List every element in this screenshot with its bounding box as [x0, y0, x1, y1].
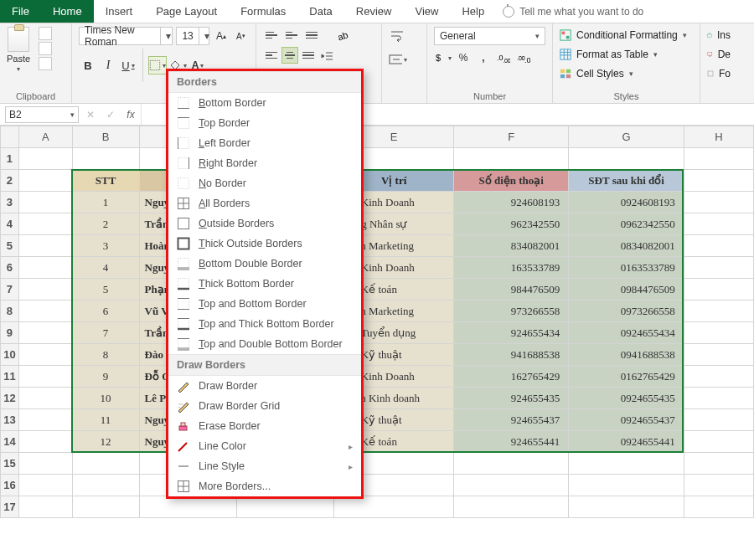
- cell[interactable]: 7: [72, 322, 139, 344]
- cell[interactable]: 11: [72, 409, 139, 431]
- align-center-button[interactable]: [281, 47, 298, 64]
- cell[interactable]: 9: [72, 366, 139, 388]
- row-header[interactable]: 1: [1, 148, 19, 170]
- comma-style-button[interactable]: ,: [474, 49, 493, 67]
- align-top-button[interactable]: [263, 27, 280, 44]
- cell[interactable]: [72, 475, 139, 496]
- cell[interactable]: 6: [72, 301, 139, 322]
- cell[interactable]: [684, 170, 753, 192]
- border-option[interactable]: Right Border: [168, 153, 361, 173]
- bold-button[interactable]: B: [79, 56, 97, 74]
- align-middle-button[interactable]: [283, 27, 300, 44]
- cell[interactable]: [684, 366, 753, 388]
- cell[interactable]: 0924655437: [569, 409, 684, 431]
- cell[interactable]: [684, 388, 753, 409]
- cell[interactable]: [569, 148, 684, 170]
- cell[interactable]: 984476509: [454, 279, 569, 301]
- tab-view[interactable]: View: [403, 0, 450, 23]
- italic-button[interactable]: I: [99, 56, 117, 74]
- cell[interactable]: [139, 496, 237, 518]
- row-header[interactable]: 11: [1, 366, 19, 388]
- row-header[interactable]: 3: [1, 192, 19, 213]
- cell[interactable]: [684, 431, 753, 453]
- cell[interactable]: [684, 301, 753, 322]
- cell[interactable]: 0973266558: [569, 301, 684, 322]
- cell[interactable]: 0924608193: [569, 192, 684, 213]
- border-option[interactable]: Thick Bottom Border: [168, 274, 361, 294]
- tab-help[interactable]: Help: [450, 0, 496, 23]
- cell[interactable]: [454, 453, 569, 475]
- cell[interactable]: [72, 148, 139, 170]
- draw-border-option[interactable]: Draw Border Grid: [168, 396, 361, 416]
- cell-styles-button[interactable]: Cell Styles▾: [560, 65, 693, 82]
- cell[interactable]: [454, 148, 569, 170]
- cell[interactable]: [18, 496, 72, 518]
- cell[interactable]: 0924655435: [569, 388, 684, 409]
- cell[interactable]: [18, 344, 72, 366]
- decrease-indent-button[interactable]: [318, 47, 335, 64]
- cell[interactable]: 0924655434: [569, 322, 684, 344]
- underline-button[interactable]: U: [119, 56, 137, 74]
- cell[interactable]: 0941688538: [569, 344, 684, 366]
- cell[interactable]: 8: [72, 344, 139, 366]
- cell[interactable]: 162765429: [454, 366, 569, 388]
- cell[interactable]: STT: [72, 170, 139, 192]
- cell[interactable]: [18, 170, 72, 192]
- row-header[interactable]: 10: [1, 344, 19, 366]
- cell[interactable]: [454, 475, 569, 496]
- worksheet-grid[interactable]: ABCDEFGH12STTVị tríSố điện thoạiSĐT sau …: [0, 126, 754, 560]
- border-option[interactable]: Top and Bottom Border: [168, 294, 361, 314]
- cell[interactable]: [684, 235, 753, 257]
- row-header[interactable]: 13: [1, 409, 19, 431]
- draw-border-option[interactable]: More Borders...: [168, 476, 361, 496]
- merge-button[interactable]: [389, 50, 407, 69]
- format-as-table-button[interactable]: Format as Table▾: [560, 46, 693, 63]
- cell[interactable]: 941688538: [454, 344, 569, 366]
- row-header[interactable]: 17: [1, 496, 19, 518]
- align-bottom-button[interactable]: [303, 27, 320, 44]
- cell[interactable]: [18, 235, 72, 257]
- cell[interactable]: [684, 257, 753, 279]
- decrease-decimal-button[interactable]: .00.0: [514, 49, 533, 67]
- cell[interactable]: [684, 496, 753, 518]
- cell[interactable]: [72, 496, 139, 518]
- cell[interactable]: 924655441: [454, 431, 569, 453]
- increase-decimal-button[interactable]: .0.00: [494, 49, 513, 67]
- cell[interactable]: [18, 431, 72, 453]
- cell[interactable]: [18, 257, 72, 279]
- cell[interactable]: [684, 475, 753, 496]
- tab-file[interactable]: File: [0, 0, 41, 23]
- cell[interactable]: [684, 148, 753, 170]
- column-header[interactable]: F: [454, 126, 569, 148]
- cell[interactable]: 2: [72, 213, 139, 235]
- draw-border-option[interactable]: Draw Border: [168, 376, 361, 396]
- copy-icon[interactable]: [39, 42, 52, 55]
- cell[interactable]: [18, 213, 72, 235]
- cell[interactable]: 0924655441: [569, 431, 684, 453]
- cell[interactable]: 1: [72, 192, 139, 213]
- row-header[interactable]: 12: [1, 388, 19, 409]
- draw-border-option[interactable]: Line Color▸: [168, 436, 361, 456]
- cell[interactable]: [72, 453, 139, 475]
- row-header[interactable]: 9: [1, 322, 19, 344]
- cell[interactable]: [569, 496, 684, 518]
- font-name-combo[interactable]: Times New Roman▾: [79, 27, 173, 45]
- cell[interactable]: [454, 496, 569, 518]
- cell[interactable]: 924655435: [454, 388, 569, 409]
- wrap-text-button[interactable]: [389, 27, 407, 45]
- accounting-format-button[interactable]: $: [434, 49, 452, 67]
- cell[interactable]: [684, 344, 753, 366]
- cell[interactable]: 12: [72, 431, 139, 453]
- cell[interactable]: 962342550: [454, 213, 569, 235]
- insert-cells-button[interactable]: Ins: [707, 27, 731, 44]
- tab-home[interactable]: Home: [41, 0, 94, 23]
- row-header[interactable]: 7: [1, 279, 19, 301]
- cell[interactable]: 10: [72, 388, 139, 409]
- orientation-button[interactable]: ab: [333, 27, 350, 44]
- column-header[interactable]: G: [569, 126, 684, 148]
- cell[interactable]: [684, 192, 753, 213]
- border-option[interactable]: No Border: [168, 173, 361, 193]
- cell[interactable]: 973266558: [454, 301, 569, 322]
- cell[interactable]: [684, 409, 753, 431]
- row-header[interactable]: 4: [1, 213, 19, 235]
